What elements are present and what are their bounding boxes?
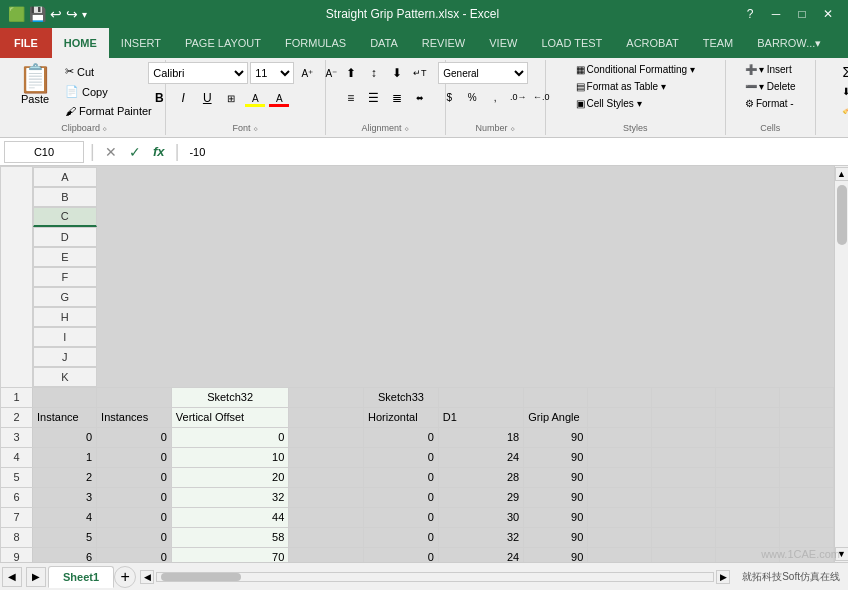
cell[interactable]: 0 [97, 427, 172, 447]
cell[interactable] [780, 427, 834, 447]
tab-home[interactable]: HOME [52, 28, 109, 58]
cell[interactable] [588, 527, 652, 547]
formula-cancel-button[interactable]: ✕ [101, 142, 121, 162]
col-header-G[interactable]: G [33, 287, 97, 307]
cell[interactable] [588, 487, 652, 507]
row-number-1[interactable]: 1 [1, 387, 33, 407]
align-middle-button[interactable]: ↕ [363, 62, 385, 84]
cell[interactable]: 58 [171, 527, 288, 547]
scroll-down-button[interactable]: ▼ [835, 547, 849, 561]
cell[interactable] [716, 387, 780, 407]
bold-button[interactable]: B [148, 87, 170, 109]
cell[interactable] [588, 467, 652, 487]
cell[interactable]: 0 [97, 487, 172, 507]
col-header-I[interactable]: I [33, 327, 97, 347]
cell[interactable] [780, 507, 834, 527]
scroll-thumb[interactable] [837, 185, 847, 245]
col-header-B[interactable]: B [33, 187, 97, 207]
cell[interactable]: 0 [97, 467, 172, 487]
cell[interactable] [652, 447, 716, 467]
cell[interactable] [716, 527, 780, 547]
col-header-K[interactable]: K [33, 367, 97, 387]
cell[interactable]: Sketch32 [171, 387, 288, 407]
tab-formulas[interactable]: FORMULAS [273, 28, 358, 58]
fx-button[interactable]: fx [149, 142, 169, 162]
number-format-select[interactable]: General [438, 62, 528, 84]
col-header-E[interactable]: E [33, 247, 97, 267]
format-painter-button[interactable]: 🖌 Format Painter [60, 102, 157, 120]
cell[interactable]: 0 [364, 527, 439, 547]
cell[interactable] [438, 387, 523, 407]
cell[interactable]: 4 [33, 507, 97, 527]
cell[interactable]: 32 [438, 527, 523, 547]
cell[interactable]: 90 [524, 547, 588, 562]
cell[interactable]: 24 [438, 447, 523, 467]
name-box[interactable] [4, 141, 84, 163]
tab-team[interactable]: TEAM [691, 28, 746, 58]
cell[interactable] [716, 507, 780, 527]
cell[interactable] [588, 507, 652, 527]
tab-acrobat[interactable]: ACROBAT [614, 28, 690, 58]
tab-page-layout[interactable]: PAGE LAYOUT [173, 28, 273, 58]
tab-data[interactable]: DATA [358, 28, 410, 58]
increase-decimal-btn[interactable]: .0→ [507, 86, 529, 108]
fill-button[interactable]: ⬇ Fill ▾ [837, 84, 848, 99]
cell[interactable] [780, 447, 834, 467]
sheet-tab-sheet1[interactable]: Sheet1 [48, 566, 114, 588]
cell[interactable] [652, 467, 716, 487]
cell[interactable] [588, 447, 652, 467]
tab-insert[interactable]: INSERT [109, 28, 173, 58]
border-button[interactable]: ⊞ [220, 87, 242, 109]
cell[interactable] [289, 387, 364, 407]
delete-button[interactable]: ➖ ▾ Delete [740, 79, 801, 94]
col-header-D[interactable]: D [33, 227, 97, 247]
cell[interactable]: 5 [33, 527, 97, 547]
row-number-7[interactable]: 7 [1, 507, 33, 527]
row-number-6[interactable]: 6 [1, 487, 33, 507]
col-header-H[interactable]: H [33, 307, 97, 327]
cell[interactable]: Horizontal [364, 407, 439, 427]
cell[interactable] [97, 387, 172, 407]
cell[interactable]: 90 [524, 507, 588, 527]
cell[interactable]: 0 [364, 447, 439, 467]
clear-button[interactable]: 🧹 Clear ▾ [837, 101, 848, 116]
cell[interactable]: 90 [524, 467, 588, 487]
cell[interactable]: 70 [171, 547, 288, 562]
cell[interactable] [716, 467, 780, 487]
redo-icon[interactable]: ↪ [66, 6, 78, 22]
cell[interactable] [652, 507, 716, 527]
cell[interactable] [780, 467, 834, 487]
align-center-button[interactable]: ☰ [363, 87, 385, 109]
row-number-3[interactable]: 3 [1, 427, 33, 447]
cell[interactable] [716, 407, 780, 427]
cell[interactable]: 24 [438, 547, 523, 562]
align-left-button[interactable]: ≡ [340, 87, 362, 109]
scroll-right-button[interactable]: ▶ [716, 570, 730, 584]
cell[interactable]: 0 [364, 467, 439, 487]
percent-button[interactable]: % [461, 86, 483, 108]
cell[interactable]: 0 [97, 547, 172, 562]
cell[interactable]: 44 [171, 507, 288, 527]
cell[interactable]: 0 [364, 547, 439, 562]
cell[interactable] [716, 447, 780, 467]
scroll-up-button[interactable]: ▲ [835, 167, 849, 181]
wrap-text-button[interactable]: ↵T [409, 62, 431, 84]
vertical-scrollbar[interactable]: ▲ ▼ [834, 166, 848, 562]
horizontal-scrollbar-thumb[interactable] [161, 573, 241, 581]
help-button[interactable]: ? [738, 4, 762, 24]
cell[interactable]: 90 [524, 427, 588, 447]
paste-button[interactable]: 📋 Paste [12, 62, 58, 120]
cell[interactable] [289, 407, 364, 427]
fill-color-button[interactable]: A [244, 87, 266, 109]
tab-view[interactable]: VIEW [477, 28, 529, 58]
cell[interactable] [716, 487, 780, 507]
formula-input[interactable] [185, 141, 844, 163]
cell[interactable]: 0 [171, 427, 288, 447]
italic-button[interactable]: I [172, 87, 194, 109]
merge-button[interactable]: ⬌ [409, 87, 431, 109]
cell[interactable]: 2 [33, 467, 97, 487]
cell[interactable]: 6 [33, 547, 97, 562]
cell[interactable] [289, 427, 364, 447]
row-number-5[interactable]: 5 [1, 467, 33, 487]
cell[interactable] [780, 487, 834, 507]
